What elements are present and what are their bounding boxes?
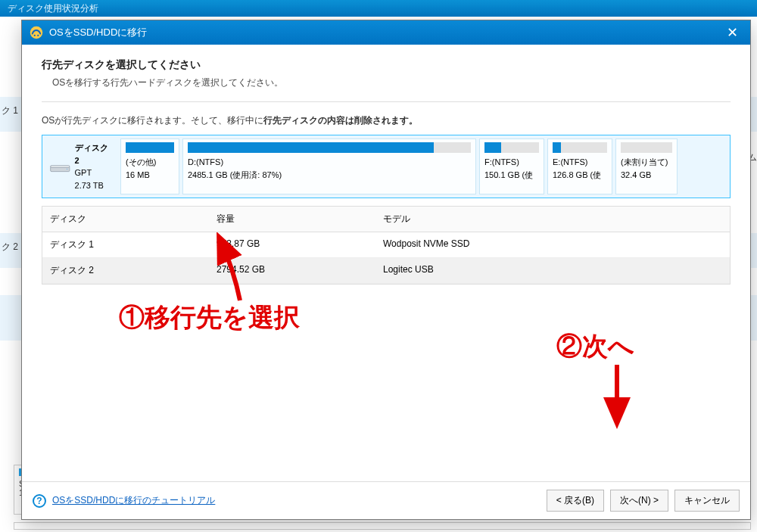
partition-label: F:(NTFS) [484,156,539,169]
cell-model: Wodposit NVMe SSD [375,232,730,257]
app-icon [30,26,43,39]
usage-bar [188,142,471,153]
cell-capacity: 2794.52 GB [209,258,375,283]
partition-label: (その他) [126,156,174,169]
usage-bar [621,142,672,153]
partition-size: 2485.1 GB (使用済: 87%) [188,169,471,182]
page-heading: 行先ディスクを選択してください [42,58,731,72]
migrate-os-dialog: OSをSSD/HDDに移行 ✕ 行先ディスクを選択してください OSを移行する行… [21,20,751,520]
selected-disk-layout[interactable]: ディスク 2 GPT 2.73 TB (その他)16 MBD:(NTFS)248… [42,135,731,198]
annotation-step2: ②次へ [556,329,634,364]
info-pre: OSが行先ディスクに移行されます。そして、移行中に [42,115,263,126]
cell-capacity: 953.87 GB [209,232,375,257]
disk-scheme: GPT [75,166,113,179]
partition-label: D:(NTFS) [188,156,471,169]
cancel-button[interactable]: キャンセル [674,490,740,512]
partition-size: 150.1 GB (使 [484,169,539,182]
svg-point-1 [34,35,36,36]
page-subheading: OSを移行する行先ハードディスクを選択してください。 [52,76,731,89]
annotation-step1: ①移行先を選択 [119,300,300,335]
next-button[interactable]: 次へ(N) > [610,490,668,512]
background-app-titlebar: ディスク使用状況分析 [0,0,757,17]
header-disk: ディスク [42,207,209,232]
partition-block[interactable]: F:(NTFS)150.1 GB (使 [479,138,544,194]
help-icon[interactable]: ? [33,494,46,508]
tutorial-link[interactable]: OSをSSD/HDDに移行のチュートリアル [52,494,215,507]
info-line: OSが行先ディスクに移行されます。そして、移行中に行先ディスクの内容は削除されま… [42,114,731,127]
background-bottom-pane-2 [14,522,751,530]
disk-table: ディスク 容量 モデル ディスク 1953.87 GBWodposit NVMe… [42,206,731,285]
svg-point-2 [37,35,39,36]
cell-disk: ディスク 2 [42,258,209,283]
partition-block[interactable]: (未割り当て)32.4 GB [615,138,678,194]
partition-block[interactable]: E:(NTFS)126.8 GB (使 [547,138,612,194]
table-header-row: ディスク 容量 モデル [42,207,730,232]
arrow-step2-icon [602,361,632,429]
divider [42,101,731,102]
dialog-title: OSをSSD/HDDに移行 [49,26,147,39]
partition-block[interactable]: (その他)16 MB [120,138,179,194]
cell-model: Logitec USB [375,258,730,283]
partition-size: 16 MB [126,169,174,182]
usage-bar [553,142,607,153]
partition-label: E:(NTFS) [553,156,607,169]
table-row[interactable]: ディスク 22794.52 GBLogitec USB [42,258,730,284]
usage-bar [484,142,539,153]
disk-size: 2.73 TB [75,179,113,192]
info-bold: 行先ディスクの内容は削除されます。 [263,115,418,126]
close-button[interactable]: ✕ [722,24,743,41]
partition-label: (未割り当て) [621,156,672,169]
hard-drive-icon [50,163,70,173]
dialog-footer: ? OSをSSD/HDDに移行のチュートリアル < 戻る(B) 次へ(N) > … [22,481,750,519]
cell-disk: ディスク 1 [42,232,209,257]
usage-bar [126,142,174,153]
table-row[interactable]: ディスク 1953.87 GBWodposit NVMe SSD [42,232,730,258]
partition-block[interactable]: D:(NTFS)2485.1 GB (使用済: 87%) [182,138,476,194]
disk-name: ディスク 2 [75,142,113,166]
background-app-title: ディスク使用状況分析 [8,3,98,14]
svg-point-5 [67,169,67,170]
dialog-titlebar: OSをSSD/HDDに移行 ✕ [22,20,750,45]
disk-info-block: ディスク 2 GPT 2.73 TB [45,138,117,194]
header-capacity: 容量 [209,207,375,232]
header-model: モデル [375,207,730,232]
partition-size: 126.8 GB (使 [553,169,607,182]
partition-size: 32.4 GB [621,169,672,182]
svg-point-0 [30,26,43,39]
back-button[interactable]: < 戻る(B) [547,490,604,512]
svg-rect-4 [51,166,70,168]
